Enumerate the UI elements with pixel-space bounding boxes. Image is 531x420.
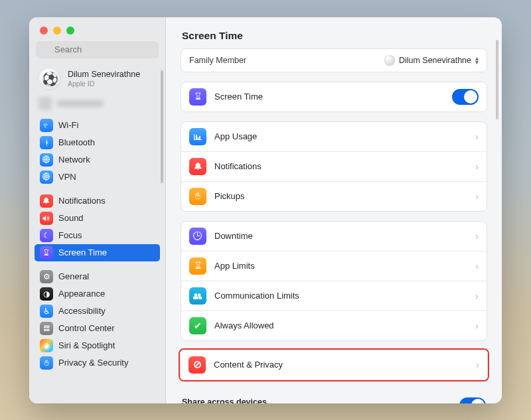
limits-row-always[interactable]: ✔︎Always Allowed›	[181, 311, 487, 340]
redacted-sidebar-row	[29, 96, 165, 117]
family-member-avatar-icon	[384, 55, 395, 66]
usage-row-pickups[interactable]: ✋︎Pickups›	[181, 182, 487, 211]
sidebar-item-focus[interactable]: ☾Focus	[35, 227, 160, 244]
sidebar-item-general[interactable]: ⚙︎General	[35, 268, 160, 285]
content-privacy-row[interactable]: 🚫︎ Content & Privacy ›	[181, 350, 487, 380]
sidebar-item-appearance[interactable]: ◑Appearance	[35, 285, 160, 303]
appearance-icon: ◑	[40, 287, 53, 301]
downtime-label: Downtime	[214, 231, 467, 241]
content-privacy-label: Content & Privacy	[214, 360, 468, 370]
sidebar-item-label: Wi-Fi	[58, 120, 78, 130]
hourglass-icon: ⌛︎	[40, 246, 53, 259]
sidebar-item-label: Screen Time	[58, 247, 107, 257]
usage-row-notifmain[interactable]: 🔔︎Notifications›	[181, 152, 487, 182]
main-panel: Screen Time Family Member Dilum Senevira…	[166, 17, 502, 403]
sidebar-item-label: Notifications	[58, 196, 106, 206]
network-icon: 🌐︎	[40, 153, 53, 167]
chevron-right-icon: ›	[475, 231, 479, 242]
family-member-value: Dilum Senevirathne	[399, 56, 471, 65]
applimits-label: App Limits	[214, 261, 467, 271]
family-member-select[interactable]: Dilum Senevirathne ▴▾	[384, 55, 479, 66]
chevron-right-icon: ›	[475, 320, 479, 331]
sidebar-item-wifi[interactable]: ᯤWi-Fi	[35, 117, 160, 134]
bluetooth-icon: ᚼ	[40, 136, 53, 149]
sidebar-list[interactable]: ᯤWi-FiᚼBluetooth🌐︎Network🌐︎VPN🔔︎Notifica…	[29, 117, 165, 403]
sidebar-item-controlcenter[interactable]: 𝌆Control Center	[35, 320, 160, 337]
page-title: Screen Time	[166, 17, 502, 48]
family-member-label: Family Member	[189, 56, 246, 65]
share-across-title: Share across devices	[182, 397, 449, 403]
search-container: 🔍︎	[29, 41, 165, 64]
appusage-label: App Usage	[214, 131, 467, 141]
vpn-icon: 🌐︎	[40, 171, 53, 184]
sidebar-item-vpn[interactable]: 🌐︎VPN	[35, 169, 160, 186]
main-scrollbar[interactable]	[496, 40, 498, 119]
sidebar-item-label: Bluetooth	[58, 137, 95, 147]
main-scroll[interactable]: Family Member Dilum Senevirathne ▴▾ ⌛︎ S…	[166, 48, 502, 403]
sidebar-item-sound[interactable]: 🔊︎Sound	[35, 210, 160, 227]
sidebar-item-notifications[interactable]: 🔔︎Notifications	[35, 192, 160, 210]
sidebar: 🔍︎ ⚽ Dilum Senevirathne Apple ID ᯤWi-Fiᚼ…	[29, 17, 166, 403]
close-window-button[interactable]	[40, 27, 48, 35]
chevron-right-icon: ›	[475, 291, 479, 301]
sidebar-item-label: Privacy & Security	[58, 358, 128, 368]
sidebar-item-privacy[interactable]: ✋︎Privacy & Security	[35, 354, 160, 372]
search-input[interactable]	[36, 41, 159, 58]
chevron-right-icon: ›	[475, 191, 479, 202]
window-controls	[29, 17, 165, 41]
limits-row-applimits[interactable]: ⌛︎App Limits›	[181, 251, 487, 281]
sidebar-item-accessibility[interactable]: ♿︎Accessibility	[35, 303, 160, 320]
family-member-row[interactable]: Family Member Dilum Senevirathne ▴▾	[181, 49, 487, 72]
moon-icon: ☾	[40, 229, 53, 242]
always-label: Always Allowed	[214, 320, 467, 330]
usage-section: 📊︎App Usage›🔔︎Notifications›✋︎Pickups›	[181, 121, 487, 212]
downtime-icon: 🕒︎	[189, 228, 206, 245]
pickups-label: Pickups	[214, 191, 467, 201]
updown-icon: ▴▾	[475, 56, 479, 64]
sidebar-item-screentime[interactable]: ⌛︎Screen Time	[35, 244, 160, 261]
limits-row-downtime[interactable]: 🕒︎Downtime›	[181, 222, 487, 251]
sidebar-scrollbar[interactable]	[161, 70, 163, 183]
limits-row-commlimits[interactable]: 👥︎Communication Limits›	[181, 281, 487, 311]
hand-icon: ✋︎	[40, 356, 53, 370]
wifi-icon: ᯤ	[40, 119, 53, 132]
no-entry-icon: 🚫︎	[189, 356, 206, 374]
apple-id-account[interactable]: ⚽ Dilum Senevirathne Apple ID	[29, 64, 165, 96]
applimits-icon: ⌛︎	[189, 257, 206, 275]
sidebar-item-bluetooth[interactable]: ᚼBluetooth	[35, 134, 160, 151]
sidebar-item-network[interactable]: 🌐︎Network	[35, 151, 160, 169]
sidebar-item-siri[interactable]: ◉Siri & Spotlight	[35, 337, 160, 354]
screen-time-toggle[interactable]	[452, 89, 479, 105]
commlimits-label: Communication Limits	[214, 291, 467, 301]
sidebar-item-label: Control Center	[58, 323, 115, 333]
minimize-window-button[interactable]	[53, 27, 61, 35]
usage-row-appusage[interactable]: 📊︎App Usage›	[181, 122, 487, 152]
siri-icon: ◉	[40, 339, 53, 352]
sidebar-item-label: Network	[58, 155, 90, 165]
screen-time-toggle-label: Screen Time	[214, 92, 444, 102]
chevron-right-icon: ›	[475, 261, 479, 271]
avatar: ⚽	[38, 68, 61, 90]
share-across-devices-row: Share across devices You can enable this…	[181, 391, 487, 403]
account-name: Dilum Senevirathne	[68, 70, 140, 79]
hourglass-icon: ⌛︎	[189, 88, 206, 105]
gear-icon: ⚙︎	[40, 270, 53, 283]
chevron-right-icon: ›	[476, 360, 479, 370]
sidebar-item-label: Sound	[58, 213, 84, 223]
content-privacy-section: 🚫︎ Content & Privacy ›	[180, 350, 488, 380]
share-across-toggle[interactable]	[459, 397, 486, 403]
sidebar-item-label: General	[58, 271, 89, 281]
bell-icon: 🔔︎	[40, 194, 53, 208]
chevron-right-icon: ›	[475, 131, 479, 142]
sliders-icon: 𝌆	[40, 322, 53, 335]
family-member-section: Family Member Dilum Senevirathne ▴▾	[181, 48, 487, 72]
account-text: Dilum Senevirathne Apple ID	[68, 70, 140, 87]
sidebar-item-label: Appearance	[58, 289, 105, 299]
zoom-window-button[interactable]	[66, 27, 74, 35]
pickups-icon: ✋︎	[189, 188, 206, 205]
screen-time-toggle-section: ⌛︎ Screen Time	[181, 82, 487, 112]
notifmain-label: Notifications	[214, 161, 467, 171]
accessibility-icon: ♿︎	[40, 305, 53, 318]
account-sub: Apple ID	[68, 80, 140, 88]
settings-window: 🔍︎ ⚽ Dilum Senevirathne Apple ID ᯤWi-Fiᚼ…	[29, 17, 502, 403]
